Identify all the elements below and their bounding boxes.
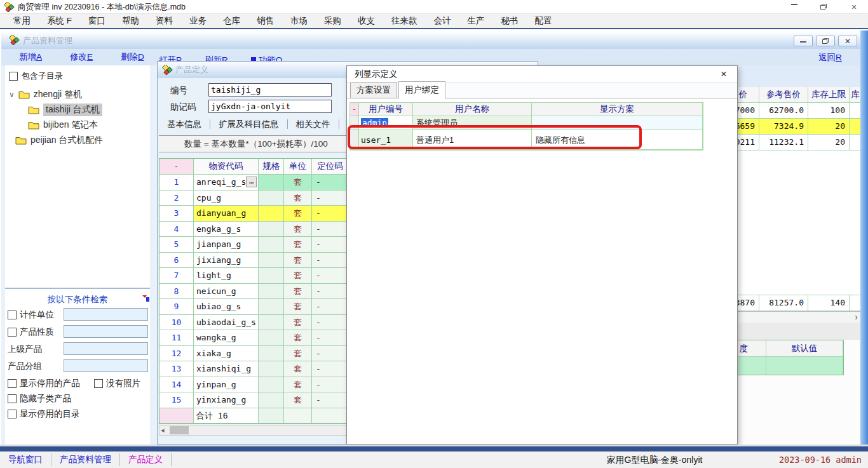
unit-cell: 套 [284, 253, 312, 269]
search-option-checkbox[interactable]: 显示停用的目录 [8, 408, 80, 420]
unit-cell: 套 [284, 222, 312, 237]
row-number: 8 [159, 284, 194, 300]
add-button-hotkey: A [36, 52, 42, 62]
table-row[interactable]: 7light_g套- [159, 268, 348, 284]
material-grid-hscrollbar[interactable]: ◂ [159, 425, 348, 436]
child-close-icon[interactable]: ✕ [838, 36, 857, 46]
table-row[interactable]: 3dianyuan_g套- [159, 206, 348, 222]
table-row[interactable]: 15yinxiang_g套- [159, 392, 348, 408]
tree-item[interactable]: ∨zhengji 整机 [9, 87, 82, 102]
checkbox-icon [8, 410, 17, 418]
tab-product-def[interactable]: 相关文件 [288, 119, 339, 129]
column-header: 用户名称 [413, 103, 532, 116]
scroll-right-icon[interactable]: › [855, 312, 858, 322]
search-option-checkbox[interactable]: 显示停用的产品 [8, 378, 80, 389]
product-list-top-strip [731, 65, 860, 87]
menu-item[interactable]: 会计 [426, 14, 459, 28]
search-option-checkbox[interactable]: 没有照片 [94, 378, 140, 389]
material-code-cell: jixiang_g [194, 253, 259, 269]
menu-item[interactable]: 配置 [527, 14, 560, 28]
taskbar-item[interactable]: 产品资料管理 [51, 453, 120, 466]
table-row[interactable]: 12xiaka_g套- [159, 346, 348, 362]
add-button[interactable]: 新增A [19, 51, 42, 63]
tree-item[interactable]: taishiji 台式机 [28, 102, 102, 117]
table-row[interactable]: 10ubiaodai_g_s套- [159, 315, 348, 331]
location-cell: - [312, 346, 349, 362]
menu-item[interactable]: 业务 [181, 14, 215, 28]
filter-icon[interactable] [142, 294, 150, 302]
menu-item[interactable]: 帮助 [114, 14, 147, 28]
menu-item[interactable]: 采购 [316, 14, 349, 28]
menu-item[interactable]: 往来款 [383, 14, 426, 28]
restore-icon[interactable] [811, 0, 836, 14]
tab-product-def[interactable]: 基本信息 [159, 119, 210, 129]
menu-item[interactable]: 仓库 [215, 14, 248, 28]
back-button-inner[interactable]: 返回R [818, 53, 842, 62]
table-row[interactable]: 13xianshiqi_g套- [159, 361, 348, 377]
unit-cell: 套 [284, 299, 312, 315]
table-row[interactable]: 5jianpan_g套- [159, 237, 348, 253]
child-restore-icon[interactable] [816, 36, 835, 46]
menu-item[interactable]: 销售 [248, 14, 282, 28]
search-panel: 按以下条件检索 计件单位产品性质上级产品产品分组 显示停用的产品没有照片隐藏子类… [5, 288, 150, 445]
table-row[interactable]: 2cpu_g套- [159, 191, 348, 206]
table-row[interactable]: 4engka_g_s套- [159, 222, 348, 237]
material-grid: -物资代码规格单位定位码1anreqi_g_s…套-2cpu_g套-3diany… [159, 158, 348, 424]
scrollbar-thumb[interactable] [170, 426, 189, 434]
location-cell: - [312, 361, 349, 377]
material-code-cell: jianpan_g [194, 237, 259, 253]
search-field-row: 上级产品 [8, 342, 42, 356]
search-field-input[interactable] [64, 308, 148, 321]
tree-item[interactable]: peijian 台式机配件 [15, 133, 103, 148]
close-icon[interactable]: × [840, 0, 868, 14]
delete-button-label: 删除 [121, 52, 138, 62]
back-button[interactable]: 返回R [818, 52, 842, 64]
menu-item[interactable]: 资料 [147, 14, 181, 28]
menu-item[interactable]: 系统 F [39, 14, 80, 28]
delete-button[interactable]: 删除D [121, 51, 144, 63]
search-field-label: 上级产品 [8, 344, 42, 355]
folder-icon [15, 136, 27, 145]
dialog-close-icon[interactable]: × [717, 66, 731, 83]
chevron-down-icon[interactable]: ∨ [9, 90, 15, 99]
location-cell: - [312, 191, 349, 206]
scroll-left-icon[interactable]: ◂ [161, 425, 165, 435]
minimize-icon[interactable] [782, 0, 807, 14]
edit-button[interactable]: 修改E [70, 51, 93, 63]
tree-item[interactable]: bijiben 笔记本 [28, 117, 98, 133]
menu-item[interactable]: 生产 [459, 14, 493, 28]
menu-item[interactable]: 常用 [5, 14, 39, 28]
mnemonic-field-input[interactable] [208, 100, 332, 113]
checkbox-icon[interactable] [8, 328, 17, 337]
code-field-input[interactable] [208, 83, 332, 97]
browse-ellipsis-button[interactable]: … [246, 177, 257, 187]
menu-item[interactable]: 窗口 [80, 14, 114, 28]
search-option-checkbox[interactable]: 隐藏子类产品 [8, 393, 71, 404]
column-header: 用户编号 [359, 103, 413, 116]
folder-icon [28, 121, 39, 130]
search-field-input[interactable] [64, 325, 148, 338]
menu-item[interactable]: 秘书 [493, 14, 527, 28]
menu-item[interactable]: 收支 [349, 14, 383, 28]
tab-plan-settings[interactable]: 方案设置 [350, 83, 397, 98]
tab-product-def[interactable]: 扩展及科目信息 [210, 119, 288, 129]
checkbox-icon[interactable] [8, 311, 17, 319]
search-field-input[interactable] [64, 342, 148, 355]
include-subdir-checkbox[interactable]: 包含子目录 [9, 70, 63, 82]
tab-user-binding[interactable]: 用户绑定 [398, 81, 445, 98]
menu-item[interactable]: 市场 [282, 14, 316, 28]
table-row[interactable]: 1anreqi_g_s…套- [159, 175, 348, 191]
spec-cell [259, 361, 284, 377]
column-header: 显示方案 [532, 103, 703, 116]
search-field-input[interactable] [64, 359, 148, 372]
table-row[interactable]: 11wangka_g套- [159, 330, 348, 346]
manager-titlebar: 产品资料管理 ✕ [1, 32, 860, 49]
table-row[interactable]: 6jixiang_g套- [159, 253, 348, 269]
table-row[interactable]: 8neicun_g套- [159, 284, 348, 300]
taskbar-item[interactable]: 导航窗口 [0, 453, 51, 466]
material-code-cell: yinpan_g [194, 377, 259, 393]
child-minimize-icon[interactable] [794, 36, 813, 46]
taskbar-item[interactable]: 产品定义 [120, 453, 172, 466]
table-row[interactable]: 14yinpan_g套- [159, 377, 348, 393]
table-row[interactable]: 9ubiao_g_s套- [159, 299, 348, 315]
